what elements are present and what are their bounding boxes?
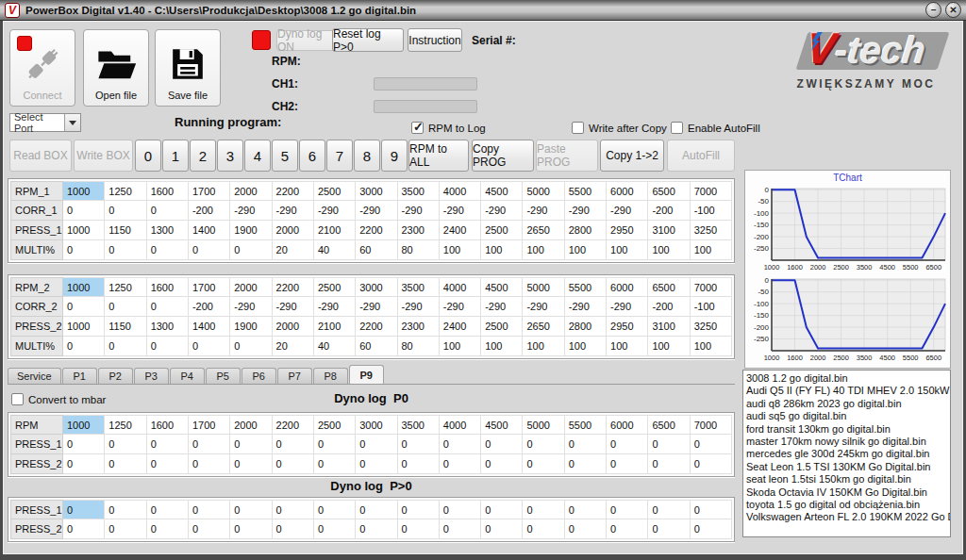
table-cell[interactable]: 1300 — [147, 317, 189, 337]
table-cell[interactable]: -290 — [565, 297, 607, 317]
connect-button[interactable]: Connect — [9, 29, 75, 107]
table-cell[interactable]: 100 — [607, 337, 648, 356]
table-cell[interactable]: 0 — [105, 201, 146, 221]
file-item[interactable]: master 170km nowy silnik go digital.bin — [746, 436, 950, 448]
copy-1-to-2-button[interactable]: Copy 1->2 — [600, 140, 664, 172]
table-cell[interactable]: 0 — [565, 435, 607, 454]
table-cell[interactable]: 0 — [273, 519, 314, 539]
table-cell[interactable]: 3500 — [398, 181, 440, 201]
write-after-copy-checkbox[interactable]: Write after Copy — [572, 122, 667, 134]
table-cell[interactable]: 2200 — [356, 221, 397, 240]
table-cell[interactable]: 2300 — [398, 317, 440, 337]
table-cell[interactable]: 100 — [607, 240, 648, 260]
table-cell[interactable]: 100 — [648, 240, 690, 260]
table-cell[interactable]: 2500 — [481, 317, 523, 337]
table-cell[interactable]: 1250 — [105, 277, 146, 297]
table-cell[interactable]: 5000 — [523, 181, 564, 201]
table-cell[interactable]: 7000 — [691, 415, 732, 435]
table-cell[interactable]: 1600 — [147, 181, 189, 201]
open-file-button[interactable]: Open file — [83, 29, 149, 107]
table-cell[interactable]: -290 — [273, 201, 314, 221]
table-cell[interactable]: 0 — [273, 454, 314, 474]
table-cell[interactable]: 3100 — [648, 317, 690, 337]
table-cell[interactable]: 1000 — [63, 277, 105, 297]
table-cell[interactable]: 2000 — [273, 221, 314, 240]
file-item[interactable]: toyota 1.5 go digital od obciążenia.bin — [746, 499, 950, 511]
table-cell[interactable]: 100 — [565, 240, 607, 260]
table-cell[interactable]: 0 — [523, 454, 564, 474]
table-cell[interactable]: -290 — [273, 297, 314, 317]
table-cell[interactable]: 0 — [63, 519, 105, 539]
table-cell[interactable]: 5500 — [565, 277, 607, 297]
table-cell[interactable]: 2950 — [607, 317, 648, 337]
table-cell[interactable]: 0 — [105, 240, 146, 260]
table-cell[interactable]: 6000 — [607, 415, 648, 435]
table-cell[interactable]: 0 — [481, 454, 523, 474]
table-cell[interactable]: 1900 — [230, 317, 272, 337]
table-cell[interactable]: -200 — [648, 297, 690, 317]
table-cell[interactable]: 0 — [648, 519, 690, 539]
table-cell[interactable]: 2800 — [565, 221, 607, 240]
table-cell[interactable]: 40 — [314, 337, 356, 356]
table-cell[interactable]: 0 — [63, 201, 105, 221]
table-cell[interactable]: 0 — [105, 500, 146, 519]
table-cell[interactable]: 0 — [398, 454, 440, 474]
file-item[interactable]: audi q8 286km 2023 go digital.bin — [746, 398, 950, 410]
table-cell[interactable]: 0 — [63, 240, 105, 260]
table-cell[interactable]: 2000 — [230, 277, 272, 297]
digit-button-1[interactable]: 1 — [162, 140, 189, 172]
table-cell[interactable]: 0 — [189, 337, 230, 356]
file-item[interactable]: mercedes gle 300d 245km go digital.bin — [746, 448, 950, 460]
table-cell[interactable]: 0 — [147, 435, 189, 454]
table-cell[interactable]: 0 — [147, 337, 189, 356]
file-item[interactable]: Skoda Octavia IV 150KM Go Digital.bin — [746, 486, 950, 499]
table-cell[interactable]: -290 — [356, 297, 397, 317]
table-cell[interactable]: 0 — [481, 435, 523, 454]
table-cell[interactable]: 5500 — [565, 415, 607, 435]
table-cell[interactable]: 0 — [607, 500, 648, 519]
table-cell[interactable]: 100 — [648, 337, 690, 356]
table-cell[interactable]: 0 — [356, 500, 397, 519]
table-cell[interactable]: 100 — [481, 240, 523, 260]
table-cell[interactable]: 0 — [440, 435, 481, 454]
table-cell[interactable]: 0 — [147, 201, 189, 221]
table-cell[interactable]: 0 — [147, 500, 189, 519]
table-cell[interactable]: -200 — [189, 201, 230, 221]
table-cell[interactable]: 2100 — [314, 317, 356, 337]
table-cell[interactable]: 2500 — [314, 181, 356, 201]
table-cell[interactable]: 100 — [691, 337, 732, 356]
tab-p5[interactable]: P5 — [206, 368, 241, 384]
table-cell[interactable]: 0 — [481, 500, 523, 519]
table-cell[interactable]: -290 — [440, 201, 481, 221]
table-cell[interactable]: 0 — [105, 337, 146, 356]
copy-prog-button[interactable]: Copy PROG — [472, 140, 534, 172]
file-item[interactable]: seat leon 1.5tsi 150km go digital.bin — [746, 473, 950, 486]
table-cell[interactable]: 0 — [648, 500, 690, 519]
table-cell[interactable]: 5500 — [565, 181, 607, 201]
table-cell[interactable]: 2000 — [230, 415, 272, 435]
table-cell[interactable]: 0 — [691, 435, 732, 454]
table-cell[interactable]: 80 — [398, 240, 440, 260]
table-cell[interactable]: 20 — [273, 240, 314, 260]
tab-p2[interactable]: P2 — [98, 368, 133, 384]
table-cell[interactable]: 0 — [691, 500, 732, 519]
table-cell[interactable]: 2400 — [440, 317, 481, 337]
table-cell[interactable]: 6000 — [607, 181, 648, 201]
table-cell[interactable]: 2650 — [523, 221, 564, 240]
table-cell[interactable]: 0 — [105, 435, 146, 454]
table-cell[interactable]: 0 — [230, 454, 272, 474]
select-port-dropdown[interactable]: Select Port — [9, 113, 81, 132]
table-cell[interactable]: 5000 — [523, 277, 564, 297]
table-cell[interactable]: 0 — [314, 519, 356, 539]
table-cell[interactable]: 0 — [440, 500, 481, 519]
tab-p8[interactable]: P8 — [313, 368, 348, 384]
table-cell[interactable]: 1400 — [189, 317, 230, 337]
table-cell[interactable]: 0 — [691, 519, 732, 539]
table-cell[interactable]: 100 — [440, 337, 481, 356]
table-cell[interactable]: 0 — [189, 435, 230, 454]
table-cell[interactable]: 4000 — [440, 181, 481, 201]
table-cell[interactable]: 0 — [440, 519, 481, 539]
table-cell[interactable]: 3500 — [398, 415, 440, 435]
table-cell[interactable]: 0 — [314, 454, 356, 474]
file-item[interactable]: Volkswagen Arteon FL 2.0 190KM 2022 Go D… — [746, 511, 950, 523]
